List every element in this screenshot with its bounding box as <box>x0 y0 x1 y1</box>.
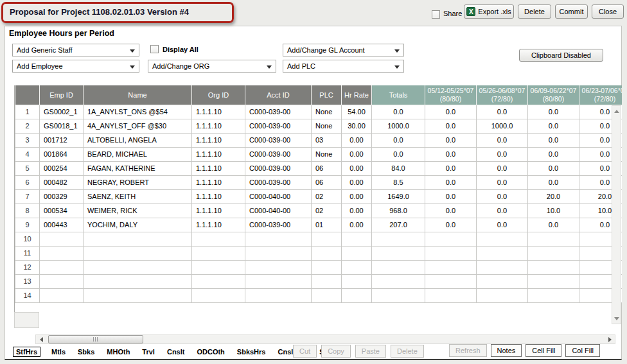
cell-emp-id[interactable] <box>40 260 84 274</box>
cell-period-hours[interactable] <box>477 274 528 288</box>
cell-period-hours[interactable] <box>528 288 579 302</box>
cell-emp-id[interactable] <box>40 274 84 288</box>
cell-period-hours[interactable]: 20.0 <box>528 189 579 204</box>
cell-hr-rate[interactable]: 0.00 <box>342 218 372 232</box>
row-number-cell[interactable]: 13 <box>15 274 40 288</box>
cell-period-hours[interactable]: 0.0 <box>528 147 579 161</box>
cell-period-hours[interactable]: 0.0 <box>425 218 477 232</box>
cell-plc[interactable]: None <box>312 105 342 119</box>
cell-plc[interactable]: 01 <box>312 218 342 232</box>
cell-totals[interactable] <box>372 232 425 246</box>
cell-name[interactable]: YOCHIM, DALY <box>84 218 192 232</box>
clipboard-disabled-button[interactable]: Clipboard Disabled <box>519 49 603 62</box>
cell-period-hours[interactable]: 0.0 <box>425 189 477 204</box>
cell-acct-id[interactable]: C000-039-00 <box>245 218 312 232</box>
tab-stfhrs[interactable]: StfHrs <box>13 347 40 357</box>
cell-emp-id[interactable]: 001864 <box>40 147 84 161</box>
cell-org-id[interactable] <box>192 274 245 288</box>
cell-emp-id[interactable]: 000534 <box>40 204 84 218</box>
cell-period-hours[interactable]: 0.0 <box>425 175 477 189</box>
cell-emp-id[interactable] <box>40 288 84 302</box>
cell-name[interactable]: FAGAN, KATHERINE <box>84 161 192 175</box>
cell-period-hours[interactable]: 0.0 <box>528 218 579 232</box>
row-number-cell[interactable]: 12 <box>15 260 40 274</box>
notes-button[interactable]: Notes <box>491 344 522 357</box>
cell-period-hours[interactable]: 0.0 <box>425 105 477 119</box>
cell-acct-id[interactable]: C000-039-00 <box>245 119 312 133</box>
cell-name[interactable] <box>84 288 192 302</box>
cell-period-hours[interactable] <box>477 246 528 260</box>
cell-totals[interactable] <box>372 288 425 302</box>
cell-period-hours[interactable]: 0.0 <box>425 119 477 133</box>
cell-hr-rate[interactable] <box>342 260 372 274</box>
cell-name[interactable] <box>84 232 192 246</box>
cell-hr-rate[interactable]: 0.00 <box>342 147 372 161</box>
row-number-cell[interactable]: 3 <box>15 133 40 147</box>
cell-period-hours[interactable] <box>425 260 477 274</box>
cell-name[interactable] <box>84 260 192 274</box>
export-xls-button[interactable]: Export .xls <box>464 4 514 19</box>
cell-hr-rate[interactable]: 0.00 <box>342 161 372 175</box>
row-number-cell[interactable]: 11 <box>15 246 40 260</box>
cell-period-hours[interactable]: 0.0 <box>528 175 579 189</box>
cell-totals[interactable]: 207.0 <box>372 218 425 232</box>
cell-period-hours[interactable]: 0.0 <box>425 147 477 161</box>
cell-name[interactable]: SAENZ, KEITH <box>84 189 192 204</box>
cell-hr-rate[interactable] <box>342 232 372 246</box>
row-number-cell[interactable]: 14 <box>15 288 40 302</box>
cell-org-id[interactable]: 1.1.1.10 <box>192 218 245 232</box>
cell-acct-id[interactable] <box>245 288 312 302</box>
cell-name[interactable] <box>84 246 192 260</box>
cell-org-id[interactable]: 1.1.1.10 <box>192 204 245 218</box>
cell-plc[interactable]: 02 <box>312 189 342 204</box>
cell-plc[interactable] <box>312 260 342 274</box>
cell-period-hours[interactable] <box>528 274 579 288</box>
cell-name[interactable]: 4A_ANYLST_OFF @$30 <box>84 119 192 133</box>
share-checkbox[interactable] <box>432 10 440 19</box>
tab-cnslt[interactable]: Cnslt <box>166 347 186 356</box>
scroll-up-icon[interactable] <box>612 107 621 116</box>
cell-period-hours[interactable] <box>477 260 528 274</box>
cell-name[interactable]: NEGRAY, ROBERT <box>84 175 192 189</box>
cell-hr-rate[interactable] <box>342 274 372 288</box>
cell-totals[interactable]: 1649.0 <box>372 189 425 204</box>
cell-period-hours[interactable] <box>425 246 477 260</box>
cell-period-hours[interactable]: 0.0 <box>528 119 579 133</box>
add-change-gl-account-dropdown[interactable]: Add/Change GL Account <box>283 44 404 56</box>
commit-button[interactable]: Commit <box>555 4 588 19</box>
cell-org-id[interactable]: 1.1.1.10 <box>192 105 245 119</box>
scroll-left-icon[interactable] <box>37 335 46 343</box>
cell-fill-button[interactable]: Cell Fill <box>525 344 561 357</box>
cell-acct-id[interactable]: C000-040-00 <box>245 204 312 218</box>
cell-totals[interactable]: 0.0 <box>372 147 425 161</box>
cell-name[interactable]: ALTOBELLI, ANGELA <box>84 133 192 147</box>
cell-name[interactable] <box>84 274 192 288</box>
cell-org-id[interactable]: 1.1.1.10 <box>192 119 245 133</box>
add-change-org-dropdown[interactable]: Add/Change ORG <box>148 60 276 73</box>
tab-mhoth[interactable]: MHOth <box>105 347 131 356</box>
cell-period-hours[interactable]: 0.0 <box>477 147 528 161</box>
cell-emp-id[interactable]: 001712 <box>40 133 84 147</box>
display-all-checkbox[interactable] <box>150 45 159 53</box>
cell-totals[interactable]: 1000.0 <box>372 119 425 133</box>
cell-org-id[interactable]: 1.1.1.10 <box>192 189 245 204</box>
cell-org-id[interactable] <box>192 232 245 246</box>
cell-period-hours[interactable]: 1000.0 <box>477 119 528 133</box>
cell-emp-id[interactable]: 000443 <box>40 218 84 232</box>
vertical-scrollbar[interactable] <box>612 105 621 324</box>
cell-acct-id[interactable]: C000-040-00 <box>245 189 312 204</box>
cell-acct-id[interactable] <box>245 260 312 274</box>
cell-emp-id[interactable]: 000254 <box>40 161 84 175</box>
cell-emp-id[interactable]: 000329 <box>40 189 84 204</box>
cell-period-hours[interactable]: 0.0 <box>425 204 477 218</box>
cell-name[interactable]: WEIMER, RICK <box>84 204 192 218</box>
cell-acct-id[interactable]: C000-039-00 <box>245 133 312 147</box>
row-number-cell[interactable]: 10 <box>15 232 40 246</box>
cell-org-id[interactable] <box>192 260 245 274</box>
scrollbar-thumb[interactable] <box>48 335 143 343</box>
cell-totals[interactable]: 8.5 <box>372 175 425 189</box>
cell-org-id[interactable]: 1.1.1.10 <box>192 161 245 175</box>
cell-hr-rate[interactable]: 30.00 <box>342 119 372 133</box>
cell-period-hours[interactable]: 0.0 <box>477 189 528 204</box>
cell-plc[interactable] <box>312 288 342 302</box>
